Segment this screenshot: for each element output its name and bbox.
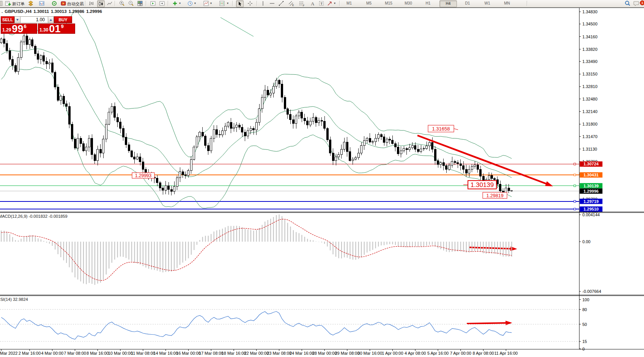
- trendline-tool-icon[interactable]: [278, 0, 285, 6]
- candle: [442, 163, 444, 166]
- candle: [343, 142, 345, 149]
- arrows-dropdown-caret[interactable]: ▾: [333, 2, 336, 5]
- ask-price-big: 01: [49, 24, 60, 33]
- ask-price-box[interactable]: 1.30 01 9: [38, 24, 75, 34]
- vertical-line-tool-icon[interactable]: [260, 0, 266, 6]
- fibonacci-tool-icon[interactable]: F: [298, 0, 305, 6]
- tf-button-M30[interactable]: M30: [400, 0, 417, 6]
- crosshair-icon[interactable]: [247, 0, 254, 6]
- chart-canvas[interactable]: 1.316581.301391.298191.299931.348301.345…: [0, 0, 644, 357]
- rsi-tick-label: 0: [583, 347, 585, 351]
- tf-button-W1[interactable]: W1: [479, 0, 496, 6]
- candle: [355, 157, 357, 159]
- period-clock-icon[interactable]: [187, 0, 194, 6]
- search-icon[interactable]: [624, 0, 631, 6]
- volume-increase-button[interactable]: [48, 16, 54, 23]
- candle: [375, 138, 376, 142]
- candle: [77, 138, 79, 148]
- candle: [97, 149, 99, 160]
- candle: [117, 118, 118, 122]
- rsi-indicator-label: RSI(14) 32.9824: [0, 297, 28, 302]
- add-indicator-icon[interactable]: [172, 0, 178, 6]
- candle: [156, 178, 158, 183]
- volume-decrease-button[interactable]: [14, 16, 20, 23]
- candle: [394, 143, 396, 147]
- volume-input[interactable]: [20, 16, 48, 23]
- candle: [199, 132, 201, 137]
- autotrade-button[interactable]: 自动交易: [67, 1, 84, 7]
- bid-price-box[interactable]: 1.29 99 6: [1, 24, 37, 34]
- tf-button-H1[interactable]: H1: [420, 0, 436, 6]
- indicator-dropdown-caret[interactable]: ▾: [178, 2, 181, 5]
- candle: [309, 121, 311, 125]
- candle: [363, 140, 365, 146]
- candle: [159, 183, 161, 188]
- clipped-icon: [0, 0, 3, 6]
- text-label-tool-icon[interactable]: T: [318, 0, 325, 6]
- candle: [17, 57, 19, 71]
- period-dropdown-caret[interactable]: ▾: [194, 2, 197, 5]
- panel-separators: [0, 8, 644, 349]
- template-dropdown-caret[interactable]: ▾: [226, 2, 229, 5]
- tf-button-M15[interactable]: M15: [380, 0, 397, 6]
- tf-button-MN[interactable]: MN: [499, 0, 515, 6]
- cursor-icon[interactable]: [236, 0, 244, 7]
- horizontal-line-tool-icon[interactable]: [269, 0, 276, 6]
- svg-text:E: E: [292, 4, 294, 6]
- candle: [168, 186, 170, 190]
- layers-icon[interactable]: [27, 0, 34, 6]
- text-tool-icon[interactable]: A: [309, 0, 316, 6]
- ask-price-sup: 9: [61, 24, 63, 29]
- candle: [460, 164, 461, 166]
- new-order-button[interactable]: 新订单: [12, 1, 25, 7]
- new-order-icon[interactable]: [5, 0, 11, 6]
- template-icon[interactable]: [219, 0, 225, 6]
- candlestick-mode-icon[interactable]: [97, 0, 105, 7]
- channel-tool-icon[interactable]: E: [288, 0, 294, 6]
- price-annotation[interactable]: 1.30139: [468, 181, 496, 189]
- date-tick-label: 18 Mar 16:00: [222, 351, 246, 355]
- line-chart-mode-icon[interactable]: [106, 0, 113, 6]
- green-trendline-segment[interactable]: [220, 17, 254, 36]
- tf-button-M5[interactable]: M5: [361, 0, 377, 6]
- candle: [400, 151, 402, 154]
- candle: [434, 149, 436, 160]
- price-annotation[interactable]: 1.29993: [132, 173, 154, 178]
- candle: [238, 125, 240, 127]
- candle: [122, 129, 124, 137]
- candle: [324, 121, 326, 129]
- price-tick-label: 1.32140: [583, 109, 598, 114]
- candle: [471, 167, 473, 170]
- arrows-tool-icon[interactable]: [326, 0, 333, 6]
- autotrade-icon[interactable]: [60, 0, 67, 6]
- toolbar-separator: [527, 1, 527, 6]
- sell-button[interactable]: SELL: [1, 16, 14, 23]
- candle: [230, 122, 232, 129]
- signal-icon[interactable]: [51, 0, 58, 6]
- zoom-out-icon[interactable]: [128, 0, 134, 6]
- chat-icon[interactable]: [633, 0, 640, 6]
- candle: [392, 140, 394, 143]
- notification-badge[interactable]: 1: [640, 0, 644, 5]
- candle: [267, 90, 269, 95]
- style-dropdown-caret[interactable]: ▾: [209, 2, 213, 5]
- chart-shift-icon[interactable]: [159, 0, 165, 6]
- date-tick-label: 11 Mar 08:00: [131, 351, 155, 355]
- tile-windows-icon[interactable]: [137, 0, 143, 6]
- trend-arrow-2[interactable]: [467, 323, 510, 324]
- zoom-in-icon[interactable]: [118, 0, 125, 6]
- autoscroll-icon[interactable]: [150, 0, 156, 6]
- buy-button[interactable]: BUY: [54, 16, 72, 23]
- candle: [511, 190, 513, 191]
- tf-button-D1[interactable]: D1: [459, 0, 476, 6]
- candle: [54, 72, 56, 87]
- price-annotation[interactable]: 1.29819: [483, 192, 507, 198]
- candle: [508, 188, 510, 190]
- market-watch-icon[interactable]: [38, 0, 45, 6]
- bar-chart-mode-icon[interactable]: [88, 0, 95, 6]
- tf-button-M1[interactable]: M1: [341, 0, 357, 6]
- tf-button-H4[interactable]: H4: [439, 0, 457, 7]
- candle: [193, 147, 195, 159]
- price-annotation[interactable]: 1.31658: [428, 125, 454, 132]
- chart-style-icon[interactable]: [203, 0, 209, 6]
